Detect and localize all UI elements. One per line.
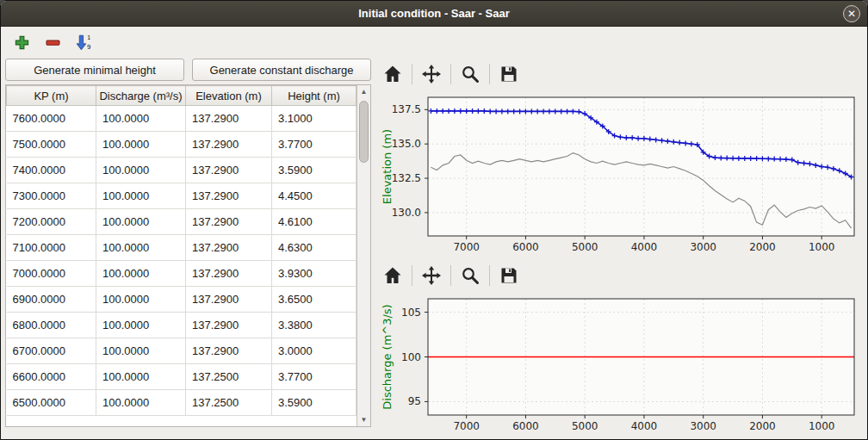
svg-text:2000: 2000 [749, 241, 776, 253]
close-button[interactable]: ✕ [843, 5, 860, 22]
titlebar[interactable]: Initial condition - Saar - Saar ✕ [1, 1, 867, 27]
svg-text:Elevation (m): Elevation (m) [381, 129, 394, 204]
svg-text:1000: 1000 [809, 420, 835, 432]
table-cell[interactable]: 7400.0000 [7, 158, 96, 183]
table-cell[interactable]: 137.2900 [186, 235, 272, 261]
table-cell[interactable]: 100.0000 [96, 261, 186, 287]
discharge-nav-toolbar [378, 259, 862, 292]
table-cell[interactable]: 3.1000 [272, 106, 356, 132]
toolbar-separator [489, 265, 490, 286]
svg-text:130.0: 130.0 [392, 207, 421, 219]
table-cell[interactable]: 100.0000 [96, 313, 186, 338]
elevation-save-button[interactable] [494, 61, 524, 87]
table-cell[interactable]: 137.2900 [186, 313, 272, 338]
toolbar-separator [450, 265, 451, 286]
table-cell[interactable]: 6700.0000 [7, 338, 96, 364]
table-cell[interactable]: 4.4500 [272, 183, 356, 209]
table-cell[interactable]: 137.2900 [186, 132, 272, 158]
table-cell[interactable]: 7600.0000 [7, 106, 96, 132]
table-cell[interactable]: 7200.0000 [7, 209, 96, 235]
toolbar-separator [412, 64, 412, 84]
generate-constant-discharge-button[interactable]: Generate constant discharge [192, 59, 371, 81]
table-cell[interactable]: 100.0000 [96, 287, 186, 313]
table-cell[interactable]: 137.2900 [186, 158, 272, 183]
scrollbar-track[interactable] [357, 98, 370, 413]
table-header-cell[interactable]: Discharge (m³/s) [96, 86, 186, 106]
table-cell[interactable]: 4.6100 [272, 209, 356, 235]
scrollbar-thumb[interactable] [359, 101, 369, 163]
table-row: 7000.0000100.0000137.29003.9300 [7, 261, 356, 287]
table-cell[interactable]: 137.2500 [186, 390, 272, 416]
table-row: 6500.0000100.0000137.25003.5900 [7, 390, 356, 416]
table-cell[interactable]: 100.0000 [96, 390, 186, 416]
remove-row-button[interactable] [40, 30, 65, 54]
table-row: 6700.0000100.0000137.29003.0000 [7, 338, 356, 364]
table-header-cell[interactable]: KP (m) [7, 86, 96, 106]
elevation-pan-button[interactable] [417, 61, 446, 87]
table-header-cell[interactable]: Elevation (m) [186, 86, 272, 106]
table-cell[interactable]: 100.0000 [96, 364, 186, 390]
table-cell[interactable]: 7300.0000 [7, 183, 96, 209]
table-cell[interactable]: 100.0000 [96, 132, 186, 158]
table-row: 7200.0000100.0000137.29004.6100 [7, 209, 356, 235]
discharge-home-button[interactable] [378, 263, 407, 288]
table-header-cell[interactable]: Height (m) [272, 86, 356, 106]
add-row-button[interactable] [9, 30, 34, 54]
plus-icon [14, 34, 30, 51]
table-cell[interactable]: 100.0000 [96, 235, 186, 261]
svg-text:7000: 7000 [453, 420, 480, 432]
pan-icon [421, 64, 442, 84]
table-cell[interactable]: 100.0000 [96, 338, 186, 364]
svg-text:132.5: 132.5 [392, 172, 421, 184]
table-cell[interactable]: 137.2900 [186, 338, 272, 364]
svg-text:3000: 3000 [690, 420, 716, 432]
table-cell[interactable]: 6800.0000 [7, 313, 96, 338]
table-cell[interactable]: 100.0000 [96, 106, 186, 132]
sort-button[interactable]: 1 9 [71, 30, 96, 54]
scroll-up-button[interactable]: ▲ [357, 85, 370, 98]
svg-text:4000: 4000 [631, 420, 658, 432]
table-cell[interactable]: 100.0000 [96, 158, 186, 183]
table-cell[interactable]: 7100.0000 [7, 235, 96, 261]
toolbar-separator [450, 64, 451, 84]
scroll-down-button[interactable]: ▼ [357, 413, 370, 426]
table-cell[interactable]: 3.6500 [272, 287, 356, 313]
table-body: 7600.0000100.0000137.29003.10007500.0000… [7, 106, 356, 416]
table-cell[interactable]: 4.6300 [272, 235, 356, 261]
vertical-scrollbar[interactable]: ▲ ▼ [356, 85, 370, 426]
table-cell[interactable]: 3.3800 [272, 313, 356, 338]
sort-numeric-icon: 1 9 [75, 34, 93, 52]
table-panel: Generate minimal height Generate constan… [1, 58, 371, 439]
window-title: Initial condition - Saar - Saar [358, 7, 510, 20]
table-header-row: KP (m)Discharge (m³/s)Elevation (m)Heigh… [7, 86, 356, 106]
table-cell[interactable]: 137.2900 [186, 261, 272, 287]
table-cell[interactable]: 137.2500 [186, 364, 272, 390]
table-cell[interactable]: 3.5900 [272, 158, 356, 183]
discharge-save-button[interactable] [494, 263, 524, 288]
table-cell[interactable]: 7500.0000 [7, 132, 96, 158]
table-cell[interactable]: 137.2900 [186, 287, 272, 313]
table-cell[interactable]: 3.7700 [272, 132, 356, 158]
table-cell[interactable]: 100.0000 [96, 209, 186, 235]
svg-text:7000: 7000 [453, 241, 480, 253]
table-cell[interactable]: 137.2900 [186, 209, 272, 235]
table-cell[interactable]: 3.7700 [272, 364, 356, 390]
table-cell[interactable]: 3.0000 [272, 338, 356, 364]
table-container: KP (m)Discharge (m³/s)Elevation (m)Heigh… [5, 84, 371, 427]
elevation-zoom-button[interactable] [456, 61, 485, 87]
discharge-pan-button[interactable] [417, 263, 446, 288]
generate-minimal-height-button[interactable]: Generate minimal height [5, 59, 184, 81]
table-cell[interactable]: 6900.0000 [7, 287, 96, 313]
table-cell[interactable]: 3.9300 [272, 261, 356, 287]
svg-text:9: 9 [87, 44, 90, 51]
table-cell[interactable]: 3.5900 [272, 390, 356, 416]
table-cell[interactable]: 100.0000 [96, 183, 186, 209]
svg-text:137.5: 137.5 [392, 103, 421, 115]
table-cell[interactable]: 6600.0000 [7, 364, 96, 390]
table-cell[interactable]: 7000.0000 [7, 261, 96, 287]
table-cell[interactable]: 137.2900 [186, 106, 272, 132]
elevation-home-button[interactable] [378, 61, 407, 87]
table-cell[interactable]: 6500.0000 [7, 390, 96, 416]
discharge-zoom-button[interactable] [456, 263, 485, 288]
table-cell[interactable]: 137.2900 [186, 183, 272, 209]
